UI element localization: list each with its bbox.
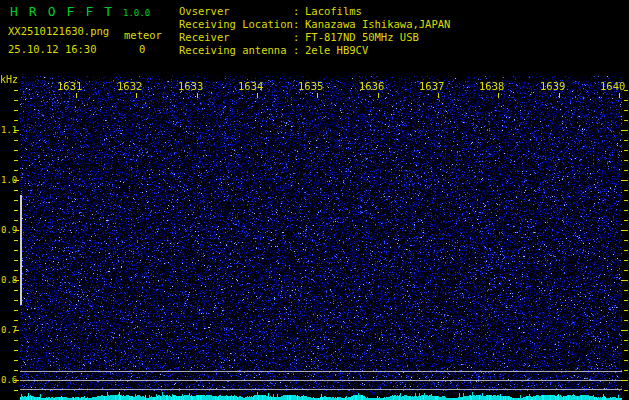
freq-minor-tick [14,120,18,121]
info-row-value: 2ele HB9CV [305,44,368,57]
output-filename: XX2510121630.png [8,25,109,37]
info-row-value: FT-817ND 50MHz USB [305,31,419,44]
time-label: 1633 [178,80,203,92]
right-major-tick [621,280,628,281]
freq-minor-tick [14,350,18,351]
meteor-count: 0 [139,43,145,55]
freq-minor-tick [14,390,18,391]
time-label: 1637 [419,80,444,92]
time-tick [76,93,77,98]
right-minor-tick [624,140,628,141]
freq-minor-tick [14,270,18,271]
info-row-label: Receiver [179,31,293,44]
station-info-row: Receiver:FT-817ND 50MHz USB [179,31,450,44]
info-row-separator: : [293,5,305,18]
freq-minor-tick [14,310,18,311]
right-minor-tick [624,160,628,161]
right-minor-tick [624,190,628,191]
reference-line [20,371,622,372]
right-minor-tick [624,150,628,151]
time-tick [378,93,379,98]
hrofft-window: H R O F F T 1.0.0 XX2510121630.png meteo… [0,0,629,400]
right-major-tick [621,180,628,181]
right-minor-tick [624,350,628,351]
freq-minor-tick [14,140,18,141]
right-minor-tick [624,90,628,91]
right-minor-tick [624,250,628,251]
freq-minor-tick [14,200,18,201]
right-minor-tick [624,390,628,391]
time-tick [136,93,137,98]
right-minor-tick [624,120,628,121]
freq-minor-tick [14,250,18,251]
freq-minor-tick [14,240,18,241]
app-version: 1.0.0 [123,8,150,18]
info-row-separator: : [293,44,305,57]
time-label: 1638 [479,80,504,92]
freq-minor-tick [14,340,18,341]
right-minor-tick [624,300,628,301]
freq-minor-tick [14,300,18,301]
reference-line [20,380,622,381]
info-row-value: Lacofilms [305,5,362,18]
time-tick [317,93,318,98]
time-label: 1631 [57,80,82,92]
freq-minor-tick [14,370,18,371]
time-tick [619,93,620,98]
time-tick [498,93,499,98]
signal-strength-canvas [20,391,622,400]
freq-major-tick [14,280,19,281]
datetime-label: 25.10.12 16:30 [8,43,97,55]
right-minor-tick [624,340,628,341]
freq-major-tick [14,130,19,131]
freq-minor-tick [14,100,18,101]
freq-minor-tick [14,110,18,111]
station-info-row: Ovserver:Lacofilms [179,5,450,18]
right-major-tick [621,330,628,331]
right-major-tick [621,230,628,231]
freq-major-tick [14,180,19,181]
info-row-label: Receiving antenna [179,44,293,57]
time-tick [197,93,198,98]
right-minor-tick [624,310,628,311]
time-label: 1636 [359,80,384,92]
frequency-unit-label: kHz [0,75,18,85]
right-minor-tick [624,200,628,201]
right-minor-tick [624,370,628,371]
right-major-tick [621,130,628,131]
time-label: 1640 [600,80,625,92]
right-minor-tick [624,170,628,171]
count-range-bar [20,195,22,305]
freq-minor-tick [14,170,18,171]
freq-minor-tick [14,360,18,361]
freq-minor-tick [14,190,18,191]
right-minor-tick [624,240,628,241]
app-title: H R O F F T [10,4,114,19]
time-label: 1632 [117,80,142,92]
right-minor-tick [624,320,628,321]
reference-line [20,389,622,390]
right-minor-tick [624,290,628,291]
info-row-label: Receiving Location [179,18,293,31]
info-row-value: Kanazawa Ishikawa,JAPAN [305,18,450,31]
freq-major-tick [14,330,19,331]
right-major-tick [621,380,628,381]
info-row-separator: : [293,31,305,44]
right-minor-tick [624,110,628,111]
info-row-separator: : [293,18,305,31]
station-info-row: Receiving Location:Kanazawa Ishikawa,JAP… [179,18,450,31]
right-minor-tick [624,260,628,261]
freq-minor-tick [14,150,18,151]
time-tick [438,93,439,98]
time-label: 1639 [540,80,565,92]
right-minor-tick [624,220,628,221]
info-row-label: Ovserver [179,5,293,18]
freq-major-tick [14,380,19,381]
freq-major-tick [14,230,19,231]
freq-minor-tick [14,210,18,211]
right-minor-tick [624,210,628,211]
freq-minor-tick [14,320,18,321]
time-tick [257,93,258,98]
spectrogram-canvas [20,76,622,391]
right-minor-tick [624,100,628,101]
